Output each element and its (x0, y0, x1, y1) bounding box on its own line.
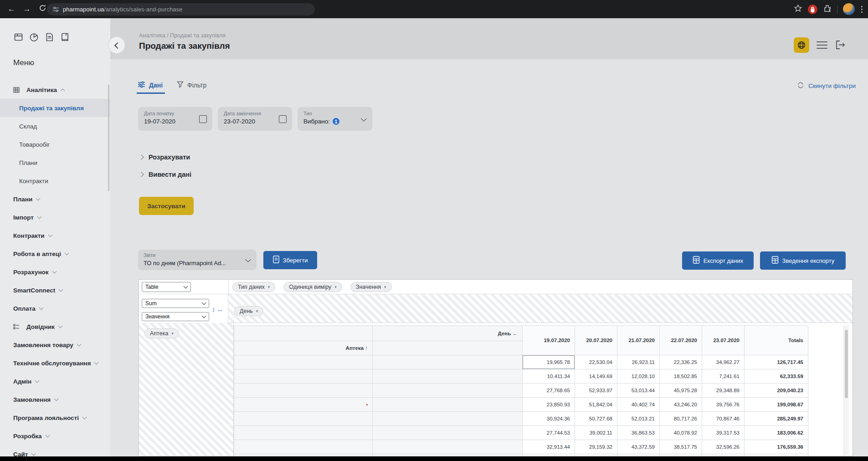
tab-filter[interactable]: Фільтр (177, 81, 206, 89)
sidebar-item-продажі-та-закупівля[interactable]: Продажі та закупівля (0, 99, 110, 117)
apply-button[interactable]: Застосувати (139, 197, 194, 215)
sidebar-item-плани[interactable]: Плани (0, 154, 110, 172)
report-select[interactable]: Звіти ТО по дням (Pharmapoint Ad... (138, 250, 257, 270)
value-cell[interactable]: 51,842.04 (575, 398, 617, 412)
value-cell[interactable] (660, 454, 702, 457)
app-menu-icon[interactable] (817, 41, 827, 51)
value-cell[interactable]: 18,502.85 (660, 369, 702, 384)
browser-menu-icon[interactable] (860, 5, 863, 14)
value-cell[interactable] (523, 454, 575, 457)
row-label-cell[interactable] (234, 384, 373, 398)
value-cell[interactable]: 176,559.36 (745, 440, 808, 454)
reset-filters-link[interactable]: Скинути фільтри (797, 82, 856, 90)
value-cell[interactable]: 43,246.20 (660, 398, 702, 412)
corner-cell[interactable] (234, 326, 373, 341)
value-cell[interactable]: 39,317.53 (702, 426, 745, 440)
value-cell[interactable]: 70,867.46 (702, 412, 745, 426)
bookmark-star-icon[interactable] (794, 4, 802, 15)
sidebar-item-контракти[interactable]: Контракти (0, 172, 110, 190)
sidebar-item-контракти[interactable]: Контракти (0, 226, 110, 245)
calendar-icon[interactable] (279, 115, 287, 123)
sidebar-item-технічне-обслуговування[interactable]: Технічне обслуговування (0, 354, 110, 372)
row-label-cell[interactable] (234, 355, 373, 369)
value-cell[interactable]: 40,402.74 (617, 398, 660, 412)
row-label-cell[interactable] (373, 426, 523, 440)
sidebar-item-імпорт[interactable]: Імпорт (0, 208, 110, 226)
sidebar-scrollbar[interactable] (108, 84, 109, 191)
sidebar-item-smartconnect[interactable]: SmartConnect (0, 281, 110, 299)
row-label-cell[interactable] (234, 440, 373, 454)
axis-swap-icons[interactable]: ↕ ↔ (212, 306, 223, 312)
sidebar-item-оплата[interactable]: Оплата (0, 299, 110, 318)
output-section-toggle[interactable]: Вивести дані (139, 171, 191, 178)
value-cell[interactable]: 34,962.27 (702, 355, 745, 369)
value-cell[interactable]: 126,717.45 (745, 355, 808, 369)
extensions-puzzle-icon[interactable] (823, 4, 832, 15)
book-icon[interactable] (60, 32, 70, 42)
table-scrollbar[interactable] (843, 325, 849, 456)
document-icon[interactable] (44, 32, 55, 42)
row-label-cell[interactable] (234, 426, 373, 440)
row-axis-header[interactable]: Аптека ↑ (234, 341, 373, 355)
sidebar-item-сайт[interactable]: Сайт (0, 445, 110, 456)
value-cell[interactable] (575, 454, 617, 457)
value-cell[interactable]: 26,923.11 (617, 355, 660, 369)
value-cell[interactable]: 36,863.53 (617, 426, 660, 440)
value-cell[interactable]: 40,078.92 (660, 426, 702, 440)
field-pill-тип-даних[interactable]: Тип даних▾ (232, 282, 275, 292)
value-cell[interactable]: 32,913.44 (523, 440, 575, 454)
table-scrollbar-thumb[interactable] (845, 330, 848, 398)
sidebar-item-програма-лояльності[interactable]: Програма лояльності (0, 409, 110, 427)
value-cell[interactable]: 183,006.62 (745, 426, 808, 440)
value-cell[interactable]: 62,333.59 (745, 369, 808, 384)
value-cell[interactable] (745, 454, 808, 457)
pivot-aggregation-select[interactable]: Sum (142, 299, 209, 308)
site-settings-icon[interactable] (52, 6, 59, 13)
value-cell[interactable] (617, 454, 660, 457)
row-label-cell[interactable] (373, 454, 523, 457)
row-label-cell[interactable] (373, 398, 523, 412)
sidebar-collapse-button[interactable] (108, 36, 125, 54)
sidebar-item-розробка[interactable]: Розробка (0, 427, 110, 445)
pivot-view-select[interactable]: Table (142, 282, 191, 292)
start-date-field[interactable]: Дата початку 19-07-2020 (138, 107, 212, 131)
value-cell[interactable]: 10,411.34 (523, 369, 575, 384)
value-cell[interactable]: 27,744.53 (523, 426, 575, 440)
value-cell[interactable]: 43,372.59 (617, 440, 660, 454)
value-cell[interactable]: 45,975.28 (660, 384, 702, 398)
value-cell[interactable]: 39,756.76 (702, 398, 745, 412)
type-dropdown[interactable]: Тип Вибрано:1 (298, 107, 372, 131)
value-cell[interactable]: 50,727.68 (575, 412, 617, 426)
columns-drop-zone[interactable]: День▾ (228, 294, 853, 323)
language-globe-button[interactable] (794, 37, 809, 53)
sidebar-item-товарообіг[interactable]: Товарообіг (0, 135, 110, 154)
value-cell[interactable]: 29,159.32 (575, 440, 617, 454)
row-field-pill[interactable]: Аптека▾ (144, 328, 179, 338)
row-label-cell[interactable] (234, 454, 373, 457)
value-cell[interactable]: 80,717.26 (660, 412, 702, 426)
sidebar-item-склад[interactable]: Склад (0, 117, 110, 135)
sidebar-item-адмін[interactable]: Адмін (0, 372, 110, 390)
column-header[interactable]: 19.07.2020 (523, 326, 575, 355)
sidebar-item-замовлення[interactable]: Замовлення (0, 390, 110, 409)
value-cell[interactable]: 52,013.21 (617, 412, 660, 426)
sidebar-item-довідник[interactable]: Довідник (0, 318, 110, 336)
column-header[interactable]: 20.07.2020 (575, 326, 617, 355)
value-cell[interactable]: 7,241.61 (702, 369, 745, 384)
tab-data[interactable]: Дані (138, 81, 163, 89)
sidebar-item-аналітика[interactable]: Аналітика (0, 81, 110, 99)
column-header[interactable]: 21.07.2020 (617, 326, 660, 355)
value-cell[interactable]: 209,040.23 (745, 384, 808, 398)
value-cell[interactable]: 30,924.36 (523, 412, 575, 426)
value-cell[interactable]: 53,013.44 (617, 384, 660, 398)
column-header[interactable]: 23.07.2020 (702, 326, 745, 355)
export-data-button[interactable]: Експорт даних (682, 251, 754, 270)
rows-drop-zone[interactable]: Аптека▾ (139, 323, 234, 456)
column-header[interactable]: Totals (745, 326, 808, 355)
logout-button[interactable] (835, 40, 846, 51)
archive-icon[interactable] (13, 32, 24, 42)
pivot-measure-select[interactable]: Значення (142, 312, 209, 321)
value-cell[interactable]: 32,596.26 (702, 440, 745, 454)
value-cell[interactable]: 12,028.10 (617, 369, 660, 384)
value-cell[interactable]: 39,002.11 (575, 426, 617, 440)
